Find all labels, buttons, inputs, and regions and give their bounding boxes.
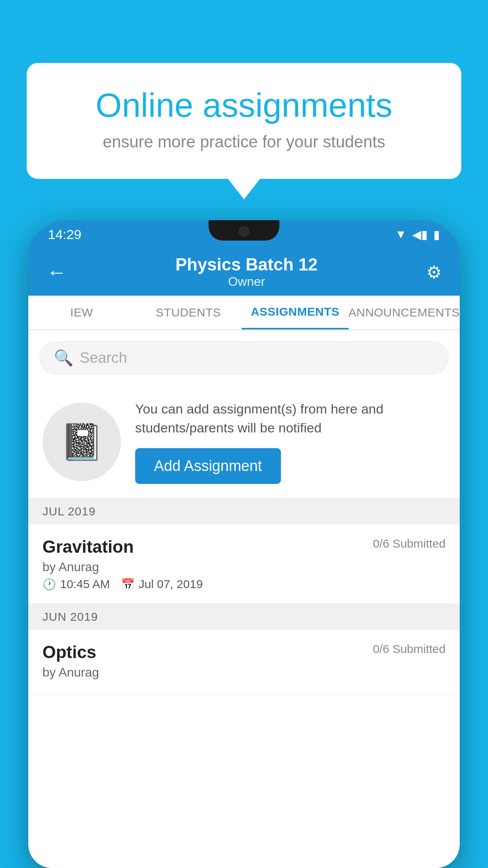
assignment-time: 🕐 10:45 AM: [42, 577, 110, 591]
optics-header: Optics 0/6 Submitted: [42, 642, 446, 662]
assignment-date-value: Jul 07, 2019: [139, 577, 203, 591]
tab-iew[interactable]: IEW: [28, 296, 135, 329]
promo-description: You can add assignment(s) from here and …: [135, 400, 446, 437]
promo-title: Online assignments: [58, 86, 430, 124]
assignment-title: Gravitation: [42, 537, 134, 557]
signal-icon: ◀▮: [412, 228, 428, 241]
assignment-submitted: 0/6 Submitted: [373, 537, 446, 550]
optics-title: Optics: [42, 642, 96, 662]
app-bar-title: Physics Batch 12: [71, 255, 422, 274]
phone-screen: 14:29 ▼ ◀▮ ▮ ← Physics Batch 12 Owner ⚙ …: [28, 220, 460, 868]
back-button[interactable]: ←: [42, 256, 71, 288]
phone-frame: 14:29 ▼ ◀▮ ▮ ← Physics Batch 12 Owner ⚙ …: [28, 220, 460, 868]
battery-icon: ▮: [433, 228, 440, 241]
notebook-icon: 📓: [60, 421, 104, 463]
month-separator-jun: JUN 2019: [28, 604, 460, 630]
assignment-item-gravitation[interactable]: Gravitation 0/6 Submitted by Anurag 🕐 10…: [28, 524, 460, 604]
promo-section: 📓 You can add assignment(s) from here an…: [28, 386, 460, 498]
promo-card: Online assignments ensure more practice …: [27, 63, 461, 179]
promo-text-block: You can add assignment(s) from here and …: [135, 400, 446, 484]
search-placeholder: Search: [80, 349, 127, 366]
status-icons: ▼ ◀▮ ▮: [395, 228, 440, 241]
assignment-time-value: 10:45 AM: [60, 577, 110, 591]
search-icon: 🔍: [54, 349, 73, 367]
screen-content: 🔍 Search 📓 You can add assignment(s) fro…: [28, 330, 460, 868]
phone-notch: [209, 220, 279, 241]
settings-button[interactable]: ⚙: [422, 258, 446, 286]
search-bar[interactable]: 🔍 Search: [39, 341, 449, 375]
assignment-date: 📅 Jul 07, 2019: [121, 577, 203, 591]
front-camera: [239, 226, 249, 237]
wifi-icon: ▼: [395, 228, 407, 241]
promo-subtitle: ensure more practice for your students: [58, 132, 430, 151]
optics-author: by Anurag: [42, 665, 446, 680]
add-assignment-button[interactable]: Add Assignment: [135, 448, 281, 484]
app-bar: ← Physics Batch 12 Owner ⚙: [28, 248, 460, 296]
month-separator-jul: JUL 2019: [28, 498, 460, 524]
clock-icon: 🕐: [42, 578, 56, 591]
tab-assignments[interactable]: ASSIGNMENTS: [242, 296, 349, 329]
assignment-header: Gravitation 0/6 Submitted: [42, 537, 446, 557]
tab-students[interactable]: STUDENTS: [135, 296, 242, 329]
status-time: 14:29: [48, 227, 81, 242]
calendar-icon: 📅: [121, 578, 135, 591]
assignment-meta: 🕐 10:45 AM 📅 Jul 07, 2019: [42, 577, 446, 591]
tabs-bar: IEW STUDENTS ASSIGNMENTS ANNOUNCEMENTS: [28, 296, 460, 330]
app-bar-title-block: Physics Batch 12 Owner: [71, 255, 422, 289]
assignment-icon-circle: 📓: [42, 403, 121, 481]
assignment-item-optics[interactable]: Optics 0/6 Submitted by Anurag: [28, 630, 460, 696]
app-bar-subtitle: Owner: [71, 274, 422, 289]
tab-announcements[interactable]: ANNOUNCEMENTS: [349, 296, 460, 329]
assignment-author: by Anurag: [42, 560, 446, 574]
optics-submitted: 0/6 Submitted: [373, 642, 446, 656]
